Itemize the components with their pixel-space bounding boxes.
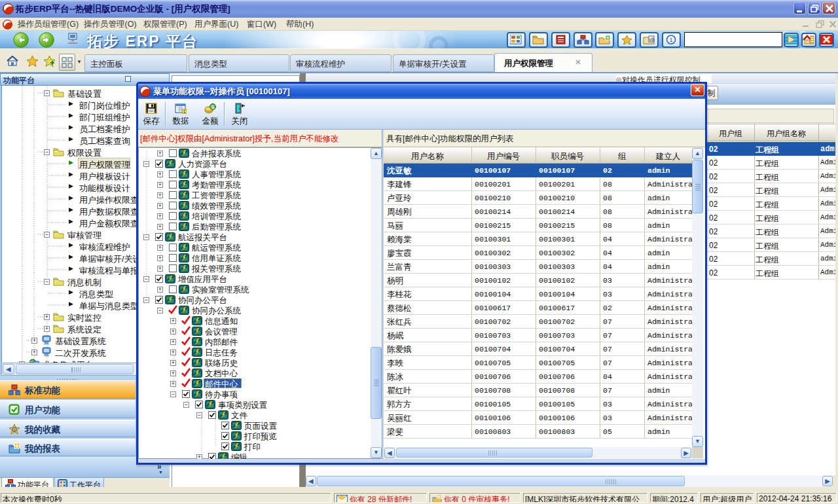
svg-text:$: $	[211, 104, 215, 110]
svg-text:1: 1	[183, 109, 186, 114]
svg-text:1: 1	[669, 37, 672, 43]
